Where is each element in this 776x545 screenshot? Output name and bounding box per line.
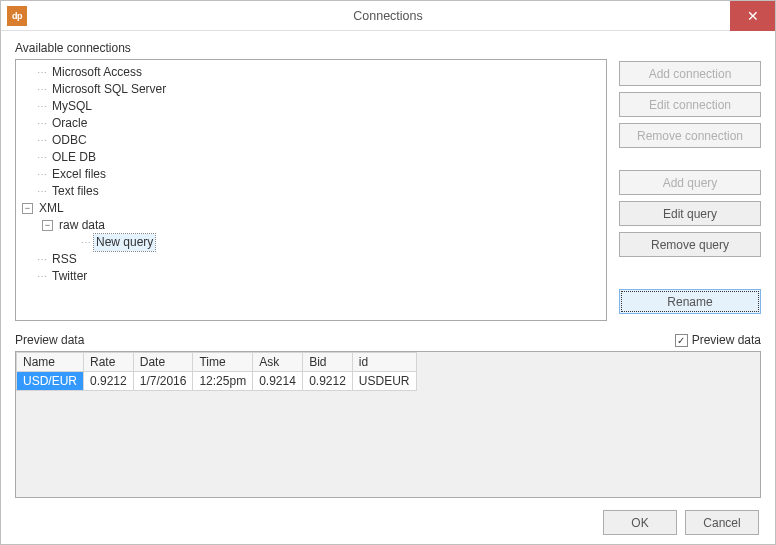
ok-button[interactable]: OK — [603, 510, 677, 535]
col-time[interactable]: Time — [193, 353, 253, 372]
tree-leaf-icon: ⋯ — [34, 268, 48, 285]
tree-item[interactable]: ⋯Microsoft SQL Server — [34, 81, 600, 98]
tree-item[interactable]: ⋯Microsoft Access — [34, 64, 600, 81]
cell-ask: 0.9214 — [253, 372, 303, 391]
tree-leaf-icon: ⋯ — [34, 64, 48, 81]
cell-date: 1/7/2016 — [133, 372, 193, 391]
remove-connection-button[interactable]: Remove connection — [619, 123, 761, 148]
rename-button[interactable]: Rename — [619, 289, 761, 314]
cell-name: USD/EUR — [17, 372, 84, 391]
table-header-row: Name Rate Date Time Ask Bid id — [17, 353, 417, 372]
cancel-button[interactable]: Cancel — [685, 510, 759, 535]
tree-item-label: Text files — [50, 183, 101, 200]
tree-item-label: raw data — [57, 217, 107, 234]
tree-item[interactable]: ⋯Oracle — [34, 115, 600, 132]
cell-bid: 0.9212 — [303, 372, 353, 391]
connections-tree[interactable]: ⋯Microsoft Access ⋯Microsoft SQL Server … — [15, 59, 607, 321]
col-id[interactable]: id — [352, 353, 416, 372]
collapse-icon[interactable]: − — [42, 220, 53, 231]
tree-item-label: Twitter — [50, 268, 89, 285]
close-icon: ✕ — [747, 8, 759, 24]
col-name[interactable]: Name — [17, 353, 84, 372]
tree-leaf-icon: ⋯ — [78, 234, 92, 251]
add-connection-button[interactable]: Add connection — [619, 61, 761, 86]
tree-item-label: New query — [94, 234, 155, 251]
close-button[interactable]: ✕ — [730, 1, 775, 31]
tree-item-label: MySQL — [50, 98, 94, 115]
tree-leaf-icon: ⋯ — [34, 166, 48, 183]
tree-item[interactable]: ⋯RSS — [34, 251, 600, 268]
tree-item-raw-data[interactable]: −raw data — [42, 217, 600, 234]
tree-item-label: Oracle — [50, 115, 89, 132]
cell-rate: 0.9212 — [84, 372, 134, 391]
tree-item-label: Excel files — [50, 166, 108, 183]
add-query-button[interactable]: Add query — [619, 170, 761, 195]
dialog-footer: OK Cancel — [15, 510, 761, 535]
preview-grid[interactable]: Name Rate Date Time Ask Bid id USD/EUR 0… — [16, 352, 417, 391]
tree-item-xml[interactable]: −XML — [22, 200, 600, 217]
tree-item-label: Microsoft Access — [50, 64, 144, 81]
col-rate[interactable]: Rate — [84, 353, 134, 372]
preview-data-checkbox[interactable]: ✓ Preview data — [675, 333, 761, 347]
edit-connection-button[interactable]: Edit connection — [619, 92, 761, 117]
tree-item-label: OLE DB — [50, 149, 98, 166]
preview-grid-container: Name Rate Date Time Ask Bid id USD/EUR 0… — [15, 351, 761, 498]
edit-query-button[interactable]: Edit query — [619, 201, 761, 226]
tree-item[interactable]: ⋯ODBC — [34, 132, 600, 149]
table-row[interactable]: USD/EUR 0.9212 1/7/2016 12:25pm 0.9214 0… — [17, 372, 417, 391]
remove-query-button[interactable]: Remove query — [619, 232, 761, 257]
tree-leaf-icon: ⋯ — [34, 132, 48, 149]
tree-item[interactable]: ⋯Twitter — [34, 268, 600, 285]
cell-time: 12:25pm — [193, 372, 253, 391]
tree-leaf-icon: ⋯ — [34, 98, 48, 115]
col-ask[interactable]: Ask — [253, 353, 303, 372]
tree-leaf-icon: ⋯ — [34, 183, 48, 200]
cell-id: USDEUR — [352, 372, 416, 391]
title-bar: dp Connections ✕ — [1, 1, 775, 31]
window-title: Connections — [1, 9, 775, 23]
tree-item[interactable]: ⋯Text files — [34, 183, 600, 200]
checkbox-icon: ✓ — [675, 334, 688, 347]
tree-item-new-query[interactable]: ⋯New query — [78, 234, 600, 251]
available-connections-label: Available connections — [15, 41, 761, 55]
tree-leaf-icon: ⋯ — [34, 149, 48, 166]
tree-item[interactable]: ⋯Excel files — [34, 166, 600, 183]
tree-item-label: ODBC — [50, 132, 89, 149]
tree-item[interactable]: ⋯MySQL — [34, 98, 600, 115]
tree-item-label: XML — [37, 200, 66, 217]
tree-item-label: Microsoft SQL Server — [50, 81, 168, 98]
checkbox-label: Preview data — [692, 333, 761, 347]
tree-item[interactable]: ⋯OLE DB — [34, 149, 600, 166]
col-bid[interactable]: Bid — [303, 353, 353, 372]
tree-leaf-icon: ⋯ — [34, 81, 48, 98]
collapse-icon[interactable]: − — [22, 203, 33, 214]
tree-item-label: RSS — [50, 251, 79, 268]
tree-leaf-icon: ⋯ — [34, 115, 48, 132]
col-date[interactable]: Date — [133, 353, 193, 372]
button-column: Add connection Edit connection Remove co… — [619, 59, 761, 321]
preview-data-label: Preview data — [15, 333, 84, 347]
tree-leaf-icon: ⋯ — [34, 251, 48, 268]
